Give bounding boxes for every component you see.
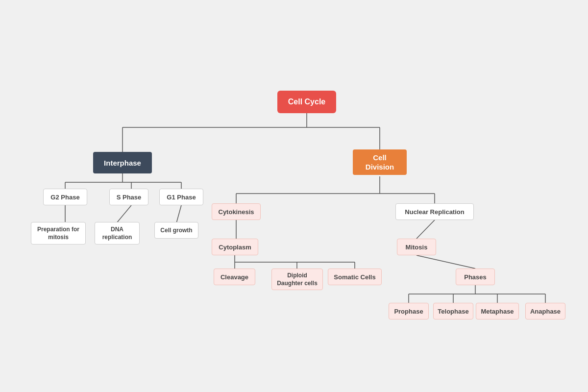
svg-line-23 bbox=[416, 255, 475, 269]
prep-node: Preparation formitosis bbox=[31, 222, 86, 245]
diagram-canvas: Cell Cycle Interphase CellDivision G2 Ph… bbox=[0, 0, 588, 392]
cellgrowth-node: Cell growth bbox=[154, 222, 198, 239]
connector-lines bbox=[0, 0, 588, 392]
celldivision-node: CellDivision bbox=[353, 149, 407, 175]
svg-line-17 bbox=[416, 220, 435, 239]
phases-node: Phases bbox=[456, 269, 495, 285]
metaphase-node: Metaphase bbox=[476, 303, 519, 319]
somatic-node: Somatic Cells bbox=[328, 269, 382, 285]
nuclearrep-node: Nuclear Replication bbox=[395, 203, 474, 220]
g2phase-node: G2 Phase bbox=[43, 189, 87, 205]
svg-line-10 bbox=[117, 205, 131, 223]
cleavage-node: Cleavage bbox=[214, 269, 255, 285]
diploid-node: DiploidDaughter cells bbox=[271, 269, 323, 290]
sphase-node: S Phase bbox=[109, 189, 148, 205]
dna-node: DNAreplication bbox=[95, 222, 140, 245]
prophase-node: Prophase bbox=[389, 303, 429, 319]
anaphase-node: Anaphase bbox=[525, 303, 565, 319]
interphase-node: Interphase bbox=[93, 152, 152, 173]
telophase-node: Telophase bbox=[433, 303, 473, 319]
svg-line-11 bbox=[176, 205, 181, 223]
g1phase-node: G1 Phase bbox=[159, 189, 203, 205]
root-node: Cell Cycle bbox=[277, 91, 336, 113]
cytokinesis-node: Cytokinesis bbox=[212, 203, 261, 220]
mitosis-node: Mitosis bbox=[397, 239, 436, 255]
cytoplasm-node: Cytoplasm bbox=[212, 239, 258, 255]
